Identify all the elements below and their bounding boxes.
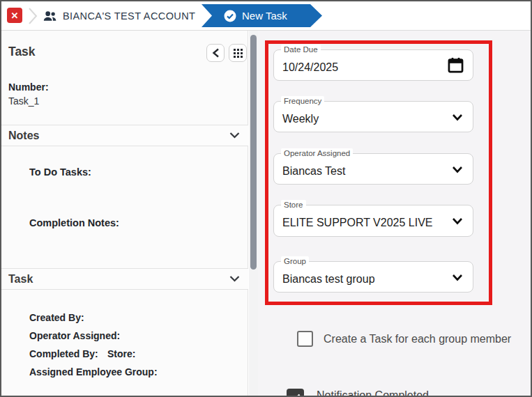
close-button[interactable]: ✕ (7, 8, 22, 23)
store-label: Store: (107, 348, 135, 359)
notification-completed-label: Notification Completed (317, 389, 429, 397)
date-due-label: Date Due (281, 45, 321, 54)
number-label: Number: (8, 81, 49, 93)
notification-completed-checkbox[interactable] (287, 389, 304, 397)
date-due-field[interactable]: Date Due 10/24/2025 (273, 49, 473, 81)
create-task-per-member-label: Create a Task for each group member (324, 333, 511, 345)
frequency-label: Frequency (281, 96, 324, 106)
date-due-value: 10/24/2025 (282, 61, 338, 74)
top-bar: ✕ BIANCA'S TEST ACCOUNT New Task (1, 1, 531, 31)
check-icon (291, 394, 301, 397)
app-window: ✕ BIANCA'S TEST ACCOUNT New Task (0, 0, 532, 397)
breadcrumb-account-label: BIANCA'S TEST ACCOUNT (63, 10, 195, 22)
group-label: Group (281, 256, 309, 266)
close-icon: ✕ (11, 10, 19, 21)
chevron-down-icon (229, 132, 240, 139)
group-select[interactable]: Group Biancas test group (273, 261, 473, 293)
check-circle-icon (224, 10, 236, 22)
task-section-header[interactable]: Task (1, 268, 248, 290)
frequency-select[interactable]: Frequency Weekly (273, 101, 473, 132)
chevron-left-icon (212, 48, 220, 58)
grid-icon (234, 49, 243, 58)
breadcrumb-new-task-label: New Task (242, 10, 287, 22)
create-task-per-member-checkbox[interactable] (297, 331, 313, 347)
breadcrumb-separator-icon (28, 6, 38, 26)
chevron-down-icon (229, 275, 240, 282)
scrollbar-thumb[interactable] (250, 35, 257, 270)
breadcrumb-new-task-tab[interactable]: New Task (202, 4, 322, 27)
store-value: ELITE SUPPORT V2025 LIVE (282, 217, 433, 229)
frequency-value: Weekly (282, 113, 319, 125)
created-by-label: Created By: (29, 312, 84, 323)
notes-section-title: Notes (8, 130, 39, 142)
collapse-panel-button[interactable] (206, 44, 225, 62)
completion-notes-label: Completion Notes: (29, 217, 119, 228)
task-section-title: Task (8, 273, 33, 286)
operator-assigned-label: Operator Assigned (281, 148, 353, 158)
operator-assigned-label: Operator Assigned: (29, 330, 120, 341)
store-label: Store (281, 200, 306, 210)
completed-by-label: Completed By: (29, 348, 98, 359)
group-value: Biancas test group (282, 273, 375, 286)
panel-title: Task (8, 45, 36, 59)
breadcrumb-account-tab[interactable]: BIANCA'S TEST ACCOUNT (43, 1, 195, 30)
calendar-icon[interactable] (446, 56, 465, 75)
number-value: Task_1 (8, 95, 39, 107)
operator-assigned-select[interactable]: Operator Assigned Biancas Test (273, 153, 473, 185)
todo-tasks-label: To Do Tasks: (29, 166, 91, 178)
notes-section-header[interactable]: Notes (1, 125, 248, 146)
chevron-down-icon (452, 217, 463, 225)
users-icon (43, 10, 57, 22)
task-detail-panel: Task Number: Task_1 Notes To Do Tasks (1, 31, 248, 396)
chevron-down-icon (452, 274, 463, 281)
grid-view-button[interactable] (229, 44, 247, 62)
store-select[interactable]: Store ELITE SUPPORT V2025 LIVE (273, 205, 473, 237)
operator-assigned-value: Biancas Test (282, 165, 345, 178)
chevron-down-icon (452, 166, 463, 173)
assigned-employee-group-label: Assigned Employee Group: (29, 366, 158, 377)
chevron-down-icon (452, 114, 463, 121)
